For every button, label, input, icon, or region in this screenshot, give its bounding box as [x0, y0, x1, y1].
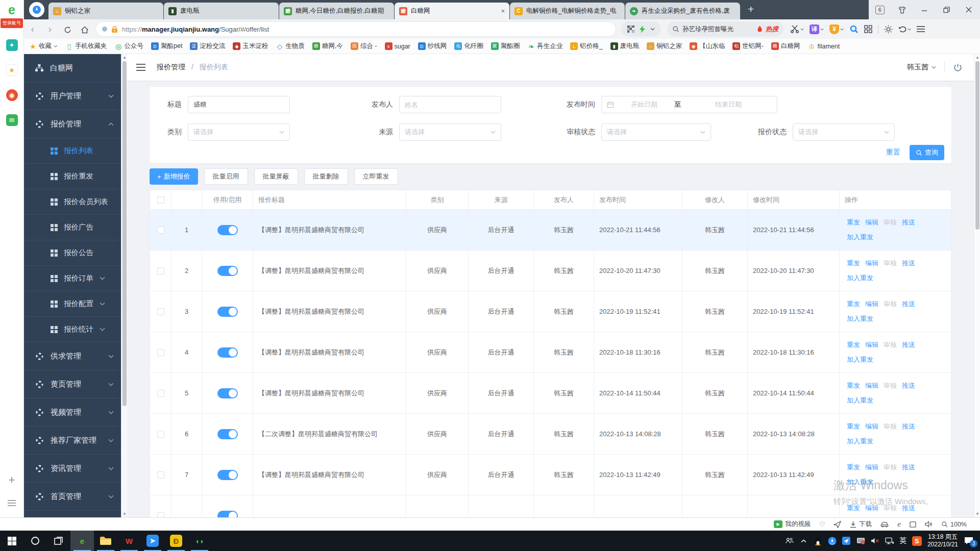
action-link[interactable]: 加入重发 — [847, 273, 873, 283]
select-all-checkbox[interactable] — [157, 196, 164, 204]
bookmark-item[interactable]: L铝价格_ — [570, 42, 602, 51]
people-icon[interactable] — [785, 537, 794, 544]
enable-toggle[interactable] — [217, 388, 238, 398]
reset-button[interactable]: 重置 — [886, 148, 900, 157]
enable-toggle[interactable] — [217, 266, 238, 276]
rebate-shield-icon[interactable]: ¥ — [829, 24, 844, 34]
sidebar-subitem[interactable]: 报价重发 — [24, 164, 121, 189]
action-link[interactable]: 推送 — [902, 422, 915, 431]
action-link[interactable]: 推送 — [902, 504, 915, 513]
action-link[interactable]: 推送 — [902, 218, 915, 227]
collect-icon[interactable]: ✦ — [6, 39, 18, 51]
nav-compass-icon[interactable] — [29, 2, 44, 17]
qr-grid-icon[interactable] — [627, 26, 634, 33]
file-explorer[interactable] — [94, 531, 117, 551]
action-link[interactable]: 推送 — [902, 299, 915, 309]
search-button[interactable]: 查询 — [910, 145, 944, 160]
action-link[interactable]: 重发 — [847, 299, 860, 309]
action-link[interactable]: 重发 — [847, 340, 860, 349]
sidebar-subitem[interactable]: 报价统计 — [24, 317, 121, 342]
bookmark-item[interactable]: ssugar — [385, 42, 410, 50]
undo-icon[interactable] — [898, 26, 911, 33]
ie-compat-icon[interactable]: e — [897, 520, 901, 529]
bookmark-item[interactable]: 淀淀粉交流 — [190, 42, 225, 51]
action-link[interactable]: 加入重发 — [847, 314, 873, 323]
browser-tab[interactable]: ▮废电瓶 — [164, 3, 279, 19]
batch-hide-button[interactable]: 批量屏蔽 — [254, 168, 298, 185]
finder-icon[interactable] — [849, 24, 859, 34]
offer-status-select[interactable]: 请选择 — [793, 123, 895, 141]
download-button[interactable]: 下载 — [850, 520, 872, 529]
chevron-up-icon[interactable] — [799, 539, 808, 543]
resend-now-button[interactable]: 立即重发 — [354, 168, 398, 185]
favorite-star-icon[interactable]: ★ — [6, 64, 18, 76]
notification-center-icon[interactable]: 3 — [964, 536, 975, 545]
bookmark-item[interactable]: ⌂铜铝之家 — [647, 42, 682, 51]
action-link[interactable]: 编辑 — [865, 218, 878, 227]
action-link[interactable]: 编辑 — [865, 463, 878, 472]
user-dropdown[interactable]: 韩玉茜 — [907, 63, 936, 72]
source-select[interactable]: 请选择 — [399, 123, 501, 141]
action-link[interactable]: 加入重发 — [847, 437, 873, 446]
action-link[interactable]: 重发 — [847, 504, 860, 513]
bookmark-item[interactable]: 聚聚酯圈 — [491, 42, 520, 51]
bookmark-item[interactable]: 糖糖网,今 — [312, 42, 343, 51]
row-checkbox[interactable] — [157, 512, 164, 518]
action-link[interactable]: 加入重发 — [847, 396, 873, 405]
enable-toggle[interactable] — [217, 470, 238, 480]
audit-status-select[interactable]: 请选择 — [601, 123, 711, 141]
sidebar-item[interactable]: 用户管理 — [24, 82, 121, 110]
sidebar-item[interactable]: 资讯管理 — [24, 455, 121, 483]
row-checkbox[interactable] — [157, 390, 164, 397]
action-link[interactable]: 编辑 — [865, 422, 878, 431]
sidebar-item[interactable]: 供求管理 — [24, 342, 121, 370]
bookmark-item[interactable]: ◎公众号 — [115, 42, 144, 51]
enable-toggle[interactable] — [217, 429, 238, 439]
bookmark-item[interactable]: 化化纤圈 — [454, 42, 483, 51]
bookmark-item[interactable]: D聚酯pet — [151, 42, 182, 51]
qq-icon[interactable] — [814, 537, 822, 545]
sidebar-brand[interactable]: 白糖网 — [24, 54, 121, 82]
wps-office[interactable]: W — [117, 531, 141, 551]
compass-icon[interactable] — [828, 537, 837, 545]
network-icon[interactable] — [885, 537, 894, 544]
action-link[interactable]: 编辑 — [865, 504, 878, 513]
car-mode-icon[interactable] — [880, 521, 889, 528]
sidebar-item[interactable]: 黄页管理 — [24, 370, 121, 398]
url-input[interactable]: https://manager.jiuqianjiu.wang/Sugar/#/… — [95, 21, 616, 37]
action-link[interactable]: 重发 — [847, 381, 860, 390]
action-link[interactable]: 推送 — [902, 259, 915, 268]
action-link[interactable]: 重发 — [847, 422, 860, 431]
sidebar-subitem[interactable]: 报价会员列表 — [24, 189, 121, 215]
mail-icon[interactable]: ✉ — [6, 114, 18, 126]
row-checkbox[interactable] — [157, 267, 164, 274]
date-range-picker[interactable]: 开始日期 至 结束日期 — [601, 96, 777, 113]
hamburger-icon[interactable] — [136, 64, 145, 71]
row-checkbox[interactable] — [157, 227, 164, 234]
taskbar-clock[interactable]: 13:18 周五 2022/10/21 — [927, 533, 958, 548]
screen-alert-icon[interactable]: ! — [856, 537, 865, 545]
browser-360[interactable]: e — [70, 531, 94, 551]
skin-shirt-icon[interactable] — [891, 6, 914, 14]
sidebar-scrollbar[interactable]: ▲ ▼ — [121, 54, 127, 517]
action-link[interactable]: 编辑 — [865, 381, 878, 390]
rail-list-icon[interactable] — [8, 500, 16, 506]
zoom-level[interactable]: 100% — [941, 521, 967, 528]
action-link[interactable]: 重发 — [847, 259, 860, 268]
bookmark-item[interactable]: ❧再生企业 — [527, 42, 562, 51]
sidebar-subitem[interactable]: 报价列表 — [24, 138, 121, 164]
sogou-icon[interactable]: S — [912, 536, 922, 546]
window-mode-icon[interactable] — [910, 521, 916, 528]
sidebar-item[interactable]: 报价管理 — [24, 110, 121, 138]
sidebar-subitem[interactable]: 报价广告 — [24, 215, 121, 240]
hot-news-icon[interactable]: ◉ — [6, 89, 18, 101]
restore-button[interactable] — [936, 7, 958, 13]
ssl-lock-icon[interactable] — [111, 26, 118, 33]
logout-power-icon[interactable] — [953, 63, 963, 72]
my-videos-button[interactable]: ▶我的视频 — [774, 520, 811, 529]
row-checkbox[interactable] — [157, 308, 164, 315]
lanxin-app[interactable]: ➤ — [141, 531, 164, 551]
enable-toggle[interactable] — [217, 511, 238, 518]
sidebar-item[interactable]: 视频管理 — [24, 398, 121, 427]
add-offer-button[interactable]: +新增报价 — [150, 168, 198, 185]
